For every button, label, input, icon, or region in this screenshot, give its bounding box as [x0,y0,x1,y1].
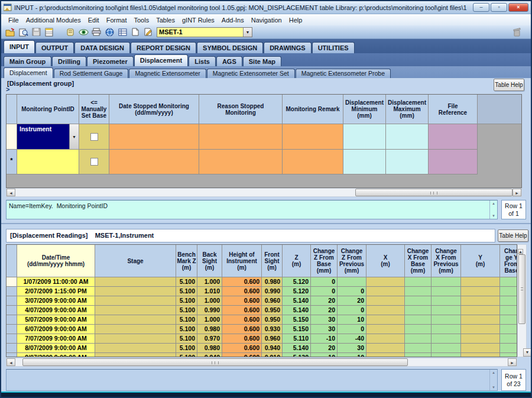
list-icon[interactable] [116,27,128,38]
menu-item-additional-modules[interactable]: Additional Modules [22,15,85,25]
cell[interactable] [366,306,405,315]
report-icon[interactable] [43,27,55,38]
globe-icon[interactable] [103,27,115,38]
cell[interactable] [95,344,176,353]
scroll-right-icon[interactable]: ► [508,358,517,366]
subtab-magnetic-extensometer-probe[interactable]: Magnetic Extensometer Probe [296,69,391,78]
row-selector[interactable] [7,287,17,296]
cell[interactable] [405,344,432,353]
cell[interactable]: 5.100 [176,334,197,344]
file-reference-cell[interactable] [429,124,478,150]
vscroll-thumb[interactable] [518,254,525,324]
cell[interactable]: 1.000 [197,315,222,325]
cell[interactable]: 0.980 [262,277,283,287]
cell[interactable] [366,296,405,306]
cell[interactable]: 10 [338,315,366,325]
cell[interactable] [405,306,432,315]
monitoring-pointid-cell[interactable] [17,150,79,174]
cell[interactable]: 1.000 [197,296,222,306]
cell[interactable] [405,296,432,306]
cell[interactable]: 5.140 [283,306,311,315]
cell[interactable] [461,325,500,334]
subtab-displacement[interactable]: Displacement [4,67,53,78]
cell[interactable]: 6/07/2009 9:00:00 AM [17,325,95,334]
cell[interactable] [95,334,176,344]
cell[interactable]: 30 [338,344,366,353]
cell[interactable]: 7/07/2009 9:00:00 AM [17,334,95,344]
row-selector[interactable] [7,315,17,325]
disp-max-cell[interactable] [386,124,429,150]
cell[interactable]: 0.600 [222,296,262,306]
open-file-icon[interactable] [4,27,16,38]
tab-piezometer[interactable]: Piezometer [87,56,134,66]
cell[interactable]: 0.940 [197,353,222,357]
reason-stopped-cell[interactable] [199,150,283,174]
cell[interactable]: 0.910 [262,353,283,357]
cell[interactable] [461,334,500,344]
tab-symbol-design[interactable]: SYMBOL DESIGN [197,42,263,53]
row-selector[interactable] [7,334,17,344]
cell[interactable]: 20 [311,344,338,353]
pointid-value[interactable]: Instrument [17,124,69,149]
cell[interactable]: 5.140 [283,296,311,306]
cell[interactable]: 0.960 [262,296,283,306]
title-bar[interactable]: INPUT - p:\products\monitoring tool\gint… [1,1,531,14]
scroll-up-icon[interactable]: ▲ [518,249,523,254]
cell[interactable] [500,287,517,296]
cell[interactable] [500,344,517,353]
cell[interactable] [461,296,500,306]
cell[interactable] [95,325,176,334]
cell[interactable]: 5.120 [283,277,311,287]
group-hscrollbar[interactable]: ◄ ► [6,188,522,197]
cell[interactable] [405,325,432,334]
cell[interactable]: 0.600 [222,277,262,287]
cell[interactable]: 8/07/2009 9:00:00 AM [17,344,95,353]
tab-site-map[interactable]: Site Map [243,56,281,66]
cell[interactable]: 0.600 [222,315,262,325]
group-table-help-button[interactable]: Table Help [494,79,524,91]
cell[interactable]: 1.000 [197,277,222,287]
tab-displacement[interactable]: Displacement [134,54,189,66]
close-button[interactable]: × [508,3,528,12]
cell[interactable] [95,296,176,306]
row-selector[interactable] [7,325,17,334]
cell[interactable] [95,315,176,325]
cell[interactable]: 5.120 [283,287,311,296]
cell[interactable] [500,334,517,344]
cell[interactable]: 0.930 [262,325,283,334]
cell[interactable]: 0 [311,287,338,296]
cell[interactable] [500,325,517,334]
monitoring-pointid-cell[interactable]: Instrument ▼ [17,124,79,150]
cell[interactable]: 0.600 [222,325,262,334]
menu-item-edit[interactable]: Edit [85,15,103,25]
subtab-rod-settlement-gauge[interactable]: Rod Settlement Gauge [54,69,129,78]
cell[interactable] [405,287,432,296]
cell[interactable]: 0.950 [262,315,283,325]
cell[interactable]: -10 [311,334,338,344]
subtab-magnetic-extensometer[interactable]: Magnetic Extensometer [129,69,206,78]
cell[interactable]: 5.140 [283,344,311,353]
cell[interactable] [461,287,500,296]
cell[interactable]: 0.600 [222,306,262,315]
tab-lists[interactable]: Lists [189,56,216,66]
maximize-button[interactable]: ▫ [491,3,507,12]
cell[interactable] [405,334,432,344]
tab-report-design[interactable]: REPORT DESIGN [131,42,196,53]
cell[interactable]: 10 [338,353,366,357]
save-icon[interactable] [30,27,42,38]
cell[interactable] [338,277,366,287]
pointid-dropdown-icon[interactable]: ▼ [69,124,79,149]
menu-item-help[interactable]: Help [286,15,306,25]
cell[interactable] [432,306,461,315]
status-scroll-down-icon[interactable]: ▼ [492,386,495,389]
tab-ags[interactable]: AGS [216,56,242,66]
cell[interactable] [366,325,405,334]
cell[interactable]: 10 [311,353,338,357]
cell[interactable]: 0.980 [197,325,222,334]
set-base-cell[interactable] [79,124,109,150]
cell[interactable]: 0 [338,287,366,296]
cell[interactable]: 0 [338,325,366,334]
menu-item-file[interactable]: File [5,15,22,25]
cell[interactable] [432,325,461,334]
cell[interactable]: 5.100 [176,306,197,315]
